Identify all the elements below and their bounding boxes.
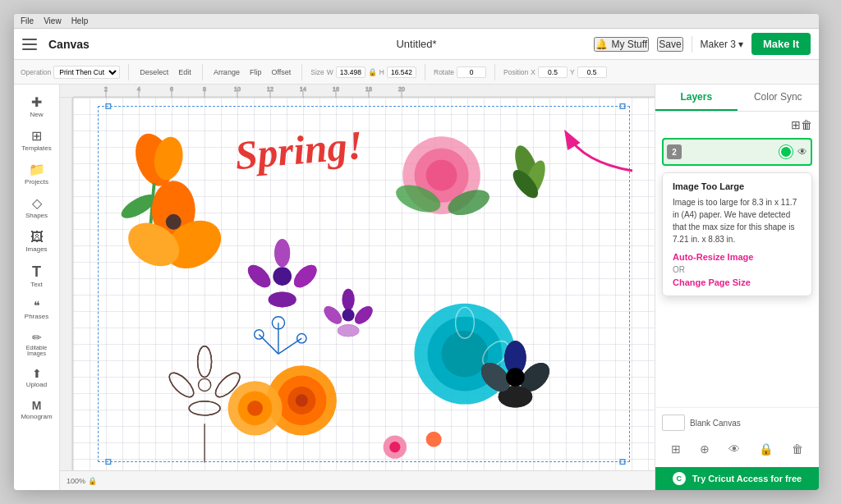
size-group: Size W 🔒 H: [310, 66, 416, 78]
sidebar-item-new[interactable]: ✚ New: [17, 91, 57, 123]
svg-text:Spring!: Spring!: [233, 122, 365, 178]
layer-visibility-button[interactable]: 👁: [797, 146, 807, 158]
height-input[interactable]: [387, 66, 416, 78]
deselect-button[interactable]: Deselect: [137, 67, 171, 77]
shapes-icon: ◇: [32, 197, 42, 210]
sidebar-item-images[interactable]: 🖼 Images: [17, 226, 57, 258]
upload-icon: ⬆: [32, 368, 42, 379]
title-bar: File View Help: [14, 14, 819, 29]
svg-text:6: 6: [170, 86, 173, 92]
svg-rect-1: [22, 44, 37, 45]
pb-lock-button[interactable]: 🔒: [757, 441, 774, 457]
sidebar-item-phrases[interactable]: ❝ Phrases: [17, 295, 57, 325]
layer-item[interactable]: 2 👁: [662, 138, 812, 166]
divider2: [202, 64, 203, 80]
new-icon: ✚: [31, 96, 42, 109]
my-stuff-button[interactable]: 🔔 My Stuff: [594, 37, 649, 52]
operation-select[interactable]: Print Then Cut: [53, 66, 120, 79]
svg-point-57: [352, 303, 375, 327]
svg-text:16: 16: [333, 86, 339, 92]
svg-point-56: [342, 289, 355, 310]
title-bar-menus: File View Help: [21, 16, 88, 25]
svg-point-51: [273, 267, 292, 286]
hamburger-button[interactable]: [14, 29, 45, 60]
sidebar-item-projects[interactable]: 📁 Projects: [17, 158, 57, 190]
svg-point-33: [166, 214, 182, 230]
width-input[interactable]: [336, 66, 365, 78]
maker-button[interactable]: Maker 3 ▾: [701, 39, 743, 50]
pink-arrow-annotation: [550, 121, 649, 187]
change-page-size-link[interactable]: Change Page Size: [673, 277, 802, 287]
sidebar-item-monogram[interactable]: M Monogram: [17, 395, 57, 425]
svg-rect-2: [22, 48, 37, 50]
pb-add-button[interactable]: ⊕: [698, 441, 711, 457]
svg-point-77: [247, 401, 263, 416]
arrange-button[interactable]: Arrange: [211, 67, 242, 77]
save-button[interactable]: Save: [657, 37, 682, 52]
error-body: Image is too large for 8.3 in x 11.7 in …: [673, 196, 802, 245]
rotate-group: Rotate: [434, 66, 486, 78]
edit-button[interactable]: Edit: [176, 67, 194, 77]
svg-text:12: 12: [267, 86, 273, 92]
maker-label: Maker 3: [701, 39, 736, 50]
pb-grid-button[interactable]: ⊞: [669, 441, 682, 457]
divider: [692, 36, 692, 53]
sidebar-label-projects: Projects: [25, 178, 48, 186]
menu-view[interactable]: View: [44, 16, 62, 25]
pb-eye-button[interactable]: 👁: [727, 441, 742, 457]
ruler-left: [60, 98, 73, 470]
posy-label: Y: [570, 68, 575, 76]
sidebar-label-phrases: Phrases: [25, 313, 48, 320]
svg-text:4: 4: [137, 86, 140, 92]
svg-point-59: [321, 303, 345, 327]
svg-text:2: 2: [104, 86, 108, 92]
panel-content: ⊞ 🗑 2 👁 Image Too Large Image is too lar…: [655, 112, 819, 407]
make-it-button[interactable]: Make It: [751, 33, 811, 55]
pb-delete-button[interactable]: 🗑: [790, 441, 805, 457]
projects-icon: 📁: [29, 163, 45, 176]
offset-button[interactable]: Offset: [269, 67, 293, 77]
tab-color-sync[interactable]: Color Sync: [738, 85, 820, 111]
operation-group: Operation Print Then Cut: [21, 66, 120, 79]
svg-point-65: [198, 346, 212, 378]
app-window: File View Help Canvas Untitled* 🔔 My Stu…: [14, 14, 819, 490]
svg-point-68: [166, 369, 198, 401]
selection-handles: [106, 104, 625, 465]
svg-point-47: [274, 239, 290, 267]
top-right-actions: 🔔 My Stuff Save Maker 3 ▾ Make It: [594, 33, 811, 55]
sidebar-item-upload[interactable]: ⬆ Upload: [17, 363, 57, 393]
svg-point-94: [426, 432, 442, 447]
svg-rect-103: [106, 460, 111, 465]
layer-number: 2: [667, 144, 682, 159]
divider5: [494, 64, 495, 80]
editable-images-icon: ✏: [32, 332, 42, 343]
auto-resize-link[interactable]: Auto-Resize Image: [673, 252, 802, 262]
sidebar-item-text[interactable]: T Text: [17, 259, 57, 293]
my-stuff-label: My Stuff: [611, 39, 647, 50]
notification-icon: 🔔: [595, 39, 608, 50]
sidebar-label-images: Images: [25, 245, 47, 253]
zoom-display: 100% 🔒: [67, 477, 97, 485]
divider3: [301, 64, 302, 80]
svg-rect-102: [620, 104, 625, 109]
rotate-input[interactable]: [457, 66, 486, 78]
error-title: Image Too Large: [673, 181, 802, 191]
try-cricut-text: Try Cricut Access for free: [692, 474, 802, 483]
sidebar-label-new: New: [30, 111, 43, 118]
menu-file[interactable]: File: [21, 16, 34, 25]
tab-layers[interactable]: Layers: [655, 85, 738, 111]
sidebar-item-editable-images[interactable]: ✏ Editable Images: [17, 327, 57, 361]
pos-x-input[interactable]: [538, 66, 568, 78]
layer-delete-button[interactable]: 🗑: [801, 118, 812, 131]
panel-bottom-icons: ⊞ ⊕ 👁 🔒 🗑: [662, 438, 812, 460]
menu-bar[interactable]: File View Help: [21, 16, 88, 25]
menu-help[interactable]: Help: [71, 16, 89, 25]
pos-y-input[interactable]: [577, 66, 607, 78]
flip-button[interactable]: Flip: [247, 67, 264, 77]
sidebar-item-shapes[interactable]: ◇ Shapes: [17, 192, 57, 224]
sidebar-item-templates[interactable]: ⊞ Templates: [17, 125, 57, 157]
try-cricut-bar[interactable]: C Try Cricut Access for free: [655, 467, 819, 490]
svg-point-74: [296, 394, 308, 406]
layer-group-button[interactable]: ⊞: [791, 118, 801, 131]
svg-text:18: 18: [365, 86, 372, 92]
